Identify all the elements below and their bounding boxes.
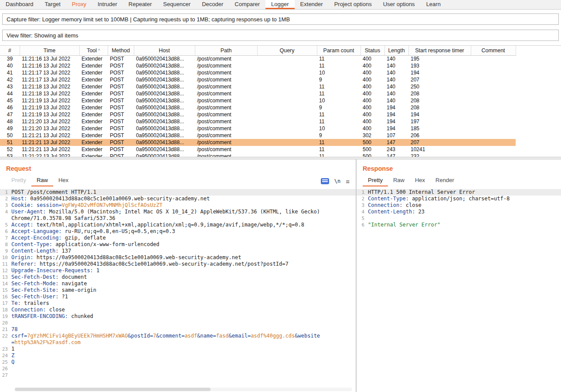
menu-tab-user-options[interactable]: User options xyxy=(377,0,421,9)
code-line: 11Referer: https://0a9500020413d88ac08c5… xyxy=(0,261,356,267)
code-line: 14Sec-Fetch-Mode: navigate xyxy=(0,280,356,287)
request-horizontal-scrollbar[interactable] xyxy=(15,388,352,391)
code-line: 20 xyxy=(0,320,356,326)
editor-menu-icon[interactable]: ≡ xyxy=(346,178,350,185)
sort-ascending-icon: ^ xyxy=(98,48,100,53)
log-table-container: #TimeTool^MethodHostPathQueryParam count… xyxy=(0,45,561,157)
column-header-length[interactable]: Length xyxy=(384,46,408,55)
log-row[interactable]: 4311:21:18 13 Jul 2022ExtenderPOST0a9500… xyxy=(0,83,516,90)
log-row[interactable]: 4411:21:18 13 Jul 2022ExtenderPOST0a9500… xyxy=(0,90,516,97)
log-table-header-row: #TimeTool^MethodHostPathQueryParam count… xyxy=(0,46,516,55)
log-row[interactable]: 5211:21:21 13 Jul 2022ExtenderPOST0a9500… xyxy=(0,146,516,153)
code-line: 2178 xyxy=(0,326,356,333)
menu-tab-sequencer[interactable]: Sequencer xyxy=(157,0,196,9)
menu-tab-comparer[interactable]: Comparer xyxy=(229,0,265,9)
code-line: 4Content-Length: 23 xyxy=(357,209,561,215)
code-line: 19tRANSFER-ENCODING: chunked xyxy=(0,313,356,320)
pretty-format-icon[interactable] xyxy=(321,178,329,184)
log-row[interactable]: 5011:21:21 13 Jul 2022ExtenderPOST0a9500… xyxy=(0,132,516,139)
code-line: 6"Internal Server Error" xyxy=(357,222,561,228)
log-row[interactable]: 3911:21:16 13 Jul 2022ExtenderPOST0a9500… xyxy=(0,55,516,62)
log-row[interactable]: 4911:21:20 13 Jul 2022ExtenderPOST0a9500… xyxy=(0,125,516,132)
log-row[interactable]: 5311:21:22 13 Jul 2022ExtenderPOST0a9500… xyxy=(0,153,516,157)
code-line: 9Content-Length: 137 xyxy=(0,248,356,254)
request-panel: Request PrettyRawHex \n ≡ 1POST /post/co… xyxy=(0,159,357,392)
log-row[interactable]: 4511:21:19 13 Jul 2022ExtenderPOST0a9500… xyxy=(0,97,516,104)
scrollbar-thumb[interactable] xyxy=(15,388,211,391)
request-toolbar: \n ≡ xyxy=(321,178,350,185)
log-row[interactable]: 4011:21:16 13 Jul 2022ExtenderPOST0a9500… xyxy=(0,62,516,69)
code-line: 1POST /post/comment HTTP/1.1 xyxy=(0,189,356,196)
response-title: Response xyxy=(357,159,561,176)
code-line: 231 xyxy=(0,346,356,352)
response-tab-pretty[interactable]: Pretty xyxy=(363,176,388,186)
column-header-status[interactable]: Status xyxy=(360,46,384,55)
column-header-comment[interactable]: Comment xyxy=(471,46,516,55)
code-line: 24Z xyxy=(0,352,356,359)
request-editor[interactable]: 1POST /post/comment HTTP/1.12Host: 0a950… xyxy=(0,189,356,378)
log-row[interactable]: 4811:21:20 13 Jul 2022ExtenderPOST0a9500… xyxy=(0,118,516,125)
log-row[interactable]: 4111:21:17 13 Jul 2022ExtenderPOST0a9500… xyxy=(0,69,516,76)
log-row[interactable]: 4211:21:17 13 Jul 2022ExtenderPOST0a9500… xyxy=(0,76,516,83)
code-line: 26 xyxy=(0,365,356,372)
code-line: 12Upgrade-Insecure-Requests: 1 xyxy=(0,267,356,274)
menu-tab-proxy[interactable]: Proxy xyxy=(66,0,92,9)
menu-tab-extender[interactable]: Extender xyxy=(295,0,329,9)
code-line: 25Q xyxy=(0,359,356,365)
response-panel: Response PrettyRawHexRender 1HTTP/1.1 50… xyxy=(357,159,561,392)
code-line: 22csrf=7gYzhMCiFvi4gBEyUEEk7HmHSHM7xWAO&… xyxy=(0,333,356,346)
menu-tab-decoder[interactable]: Decoder xyxy=(196,0,229,9)
response-tab-hex[interactable]: Hex xyxy=(410,176,430,186)
view-filter-bar[interactable]: View filter: Showing all items xyxy=(2,30,559,41)
request-tab-raw[interactable]: Raw xyxy=(31,176,53,186)
code-line: 6Accept-Language: ru-RU,ru;q=0.8,en-US;q… xyxy=(0,228,356,235)
column-header-query[interactable]: Query xyxy=(257,46,317,55)
code-line: 5 xyxy=(357,215,561,222)
view-filter-text: View filter: Showing all items xyxy=(7,32,78,39)
capture-filter-bar[interactable]: Capture filter: Logger memory limit set … xyxy=(2,14,559,25)
response-tab-raw[interactable]: Raw xyxy=(388,176,410,186)
column-header-number[interactable]: # xyxy=(0,46,20,55)
column-header-time[interactable]: Time xyxy=(20,46,79,55)
log-row[interactable]: 4611:21:19 13 Jul 2022ExtenderPOST0a9500… xyxy=(0,104,516,111)
code-line: 7Accept-Encoding: gzip, deflate xyxy=(0,235,356,241)
log-row[interactable]: 5111:21:21 13 Jul 2022ExtenderPOST0a9500… xyxy=(0,139,516,146)
request-tabs-row: PrettyRawHex \n ≡ xyxy=(0,176,356,186)
response-tab-render[interactable]: Render xyxy=(430,176,459,186)
log-table: #TimeTool^MethodHostPathQueryParam count… xyxy=(0,46,516,157)
menu-tab-logger[interactable]: Logger xyxy=(265,0,294,9)
menu-tab-dashboard[interactable]: Dashboard xyxy=(0,0,39,9)
code-line: 4User-Agent: Mozilla/5.0 (Macintosh; Int… xyxy=(0,209,356,222)
code-line: 2Content-Type: application/json; charset… xyxy=(357,196,561,202)
code-line: 18Connection: close xyxy=(0,307,356,313)
nonprintable-chars-icon[interactable]: \n xyxy=(334,178,340,184)
code-line: 2Host: 0a9500020413d88ac08c5c1e001a0069.… xyxy=(0,196,356,202)
menu-tab-target[interactable]: Target xyxy=(39,0,66,9)
request-tab-hex[interactable]: Hex xyxy=(53,176,74,186)
menu-tab-repeater[interactable]: Repeater xyxy=(123,0,157,9)
code-line: 1HTTP/1.1 500 Internal Server Error xyxy=(357,189,561,196)
code-line: 13Sec-Fetch-Dest: document xyxy=(0,274,356,280)
request-tab-pretty[interactable]: Pretty xyxy=(6,176,31,186)
message-editors: Request PrettyRawHex \n ≡ 1POST /post/co… xyxy=(0,159,561,392)
main-menu-bar: DashboardTargetProxyIntruderRepeaterSequ… xyxy=(0,0,561,10)
column-header-start-response-timer[interactable]: Start response timer xyxy=(408,46,471,55)
log-row[interactable]: 4711:21:19 13 Jul 2022ExtenderPOST0a9500… xyxy=(0,111,516,118)
code-line: 3Cookie: session=VgFWy4D2vMfON7vMNMhjQlS… xyxy=(0,202,356,209)
column-header-tool[interactable]: Tool^ xyxy=(79,46,108,55)
code-line: 10Origin: https://0a9500020413d88ac08c5c… xyxy=(0,254,356,261)
menu-tab-intruder[interactable]: Intruder xyxy=(92,0,123,9)
column-header-path[interactable]: Path xyxy=(195,46,257,55)
column-header-method[interactable]: Method xyxy=(108,46,134,55)
menu-tab-learn[interactable]: Learn xyxy=(421,0,446,9)
menu-tab-project-options[interactable]: Project options xyxy=(329,0,377,9)
code-line: 5Accept: text/html,application/xhtml+xml… xyxy=(0,222,356,228)
column-header-param-count[interactable]: Param count xyxy=(317,46,360,55)
code-line: 16Sec-Fetch-User: ?1 xyxy=(0,294,356,300)
response-editor[interactable]: 1HTTP/1.1 500 Internal Server Error2Cont… xyxy=(357,189,561,228)
code-line: 15Sec-Fetch-Site: same-origin xyxy=(0,287,356,294)
response-tabs-row: PrettyRawHexRender xyxy=(357,176,561,186)
code-line: 8Content-Type: application/x-www-form-ur… xyxy=(0,241,356,248)
code-line: 3Connection: close xyxy=(357,202,561,209)
column-header-host[interactable]: Host xyxy=(134,46,195,55)
